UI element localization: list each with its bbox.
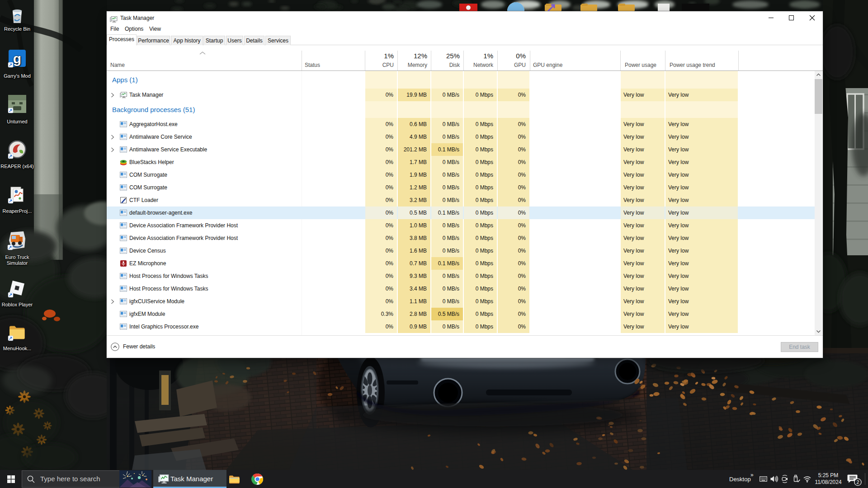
- svg-text:2: 2: [856, 479, 859, 485]
- svg-text:g: g: [13, 51, 21, 66]
